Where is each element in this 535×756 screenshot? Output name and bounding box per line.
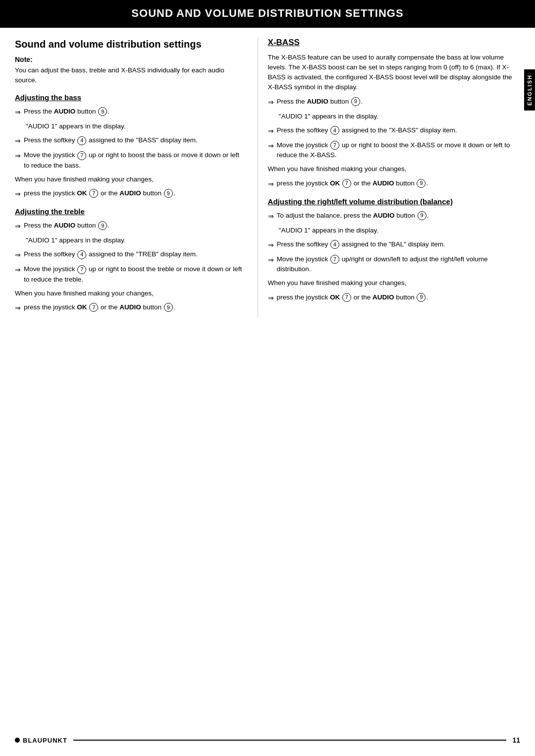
xbass-step-1-text: Press the AUDIO button 9. [277,97,520,107]
circle-9: 9 [98,107,107,116]
balance-step-1: ⇒ To adjust the balance, press the AUDIO… [268,211,520,222]
xbass-step-4: ⇒ press the joystick OK 7 or the AUDIO b… [268,178,520,189]
circle-7: 7 [342,179,351,188]
balance-step-4: ⇒ press the joystick OK 7 or the AUDIO b… [268,292,520,303]
circle-9: 9 [417,179,426,188]
arrow-icon: ⇒ [15,189,21,199]
arrow-icon: ⇒ [268,211,274,222]
arrow-icon: ⇒ [15,221,21,232]
treble-step-2: ⇒ Press the softkey 4 assigned to the "T… [15,249,243,260]
xbass-intro: The X-BASS feature can be used to aurall… [268,53,520,93]
treble-step-2-text: Press the softkey 4 assigned to the "TRE… [24,249,243,259]
balance-step-3-text: Move the joystick 7 up/right or down/lef… [277,254,520,275]
right-column: X-BASS The X-BASS feature can be used to… [258,38,520,318]
bass-step-3-text: Move the joystick 7 up or right to boost… [24,150,243,171]
balance-step-1-text: To adjust the balance, press the AUDIO b… [277,211,520,221]
xbass-step-2: ⇒ Press the softkey 4 assigned to the "X… [268,125,520,136]
circle-7: 7 [77,151,86,160]
treble-step-4: ⇒ press the joystick OK 7 or the AUDIO b… [15,302,243,313]
arrow-icon: ⇒ [15,250,21,260]
circle-4: 4 [330,126,339,135]
bass-section-title: Adjusting the bass [15,93,243,102]
circle-9: 9 [164,189,173,198]
arrow-icon: ⇒ [15,136,21,146]
circle-7: 7 [342,293,351,302]
arrow-icon: ⇒ [15,151,21,161]
bass-step-1-text: Press the AUDIO button 9. [24,107,243,116]
circle-9: 9 [418,211,427,220]
balance-step-3: ⇒ Move the joystick 7 up/right or down/l… [268,254,520,275]
page-header: SOUND AND VOLUME DISTRIBUTION SETTINGS [0,0,535,27]
treble-step-3: ⇒ Move the joystick 7 up or right to boo… [15,264,243,285]
circle-7: 7 [330,255,339,264]
circle-4: 4 [330,240,339,249]
page-number: 11 [512,736,520,744]
note-text: You can adjust the bass, treble and X-BA… [15,65,243,86]
treble-step-1-text: Press the AUDIO button 9. [24,221,243,231]
balance-step-2-text: Press the softkey 4 assigned to the "BAL… [277,239,520,249]
circle-9: 9 [351,97,360,106]
arrow-icon: ⇒ [268,141,274,151]
bass-step-4: ⇒ press the joystick OK 7 or the AUDIO b… [15,188,243,199]
treble-audio-display: "AUDIO 1" appears in the display. [15,235,243,245]
arrow-icon: ⇒ [268,255,274,265]
circle-7: 7 [330,141,339,150]
balance-step-2: ⇒ Press the softkey 4 assigned to the "B… [268,239,520,250]
treble-section-title: Adjusting the treble [15,207,243,216]
circle-9: 9 [98,221,107,230]
bass-finished-text: When you have finished making your chang… [15,174,243,184]
content-area: Sound and volume distribution settings N… [0,28,535,328]
bass-audio-display: "AUDIO 1" appears in the display. [15,121,243,131]
treble-finished-text: When you have finished making your chang… [15,289,243,298]
section-title: Sound and volume distribution settings [15,38,243,51]
arrow-icon: ⇒ [268,179,274,189]
arrow-icon: ⇒ [15,303,21,313]
circle-7: 7 [89,189,98,198]
arrow-icon: ⇒ [15,265,21,275]
bass-step-1: ⇒ Press the AUDIO button 9. [15,107,243,117]
treble-step-4-text: press the joystick OK 7 or the AUDIO but… [24,302,243,312]
bass-step-2-text: Press the softkey 4 assigned to the "BAS… [24,135,243,145]
logo-text: BLAUPUNKT [23,737,67,744]
circle-4: 4 [77,250,86,259]
bass-step-2: ⇒ Press the softkey 4 assigned to the "B… [15,135,243,146]
xbass-finished-text: When you have finished making your chang… [268,164,520,174]
arrow-icon: ⇒ [268,240,274,250]
left-column: Sound and volume distribution settings N… [15,38,258,318]
english-tab: ENGLISH [524,69,535,111]
circle-9: 9 [164,303,173,312]
blaupunkt-logo: BLAUPUNKT [15,737,67,744]
page: SOUND AND VOLUME DISTRIBUTION SETTINGS E… [0,0,535,756]
xbass-step-1: ⇒ Press the AUDIO button 9. [268,97,520,108]
header-title: SOUND AND VOLUME DISTRIBUTION SETTINGS [131,7,403,19]
circle-4: 4 [77,136,86,145]
xbass-step-2-text: Press the softkey 4 assigned to the "X-B… [277,125,520,135]
xbass-step-4-text: press the joystick OK 7 or the AUDIO but… [277,178,520,188]
arrow-icon: ⇒ [268,97,274,108]
footer-line [73,740,507,741]
xbass-step-3: ⇒ Move the joystick 7 up or right to boo… [268,140,520,161]
circle-7: 7 [89,303,98,312]
treble-step-1: ⇒ Press the AUDIO button 9. [15,221,243,232]
circle-7: 7 [77,265,86,274]
page-footer: BLAUPUNKT 11 [15,736,520,744]
xbass-audio-display: "AUDIO 1" appears in the display. [268,112,520,121]
balance-section-title: Adjusting the right/left volume distribu… [268,197,520,206]
arrow-icon: ⇒ [268,126,274,136]
balance-step-4-text: press the joystick OK 7 or the AUDIO but… [277,292,520,302]
logo-dot [15,738,20,743]
note-label: Note: [15,56,243,63]
arrow-icon: ⇒ [268,293,274,303]
arrow-icon: ⇒ [15,107,21,117]
balance-finished-text: When you have finished making your chang… [268,278,520,288]
xbass-step-3-text: Move the joystick 7 up or right to boost… [277,140,520,161]
bass-step-3: ⇒ Move the joystick 7 up or right to boo… [15,150,243,171]
treble-step-3-text: Move the joystick 7 up or right to boost… [24,264,243,285]
circle-9: 9 [417,293,426,302]
balance-audio-display: "AUDIO 1" appears in the display. [268,226,520,235]
xbass-section-title: X-BASS [268,38,520,48]
bass-step-4-text: press the joystick OK 7 or the AUDIO but… [24,188,243,198]
